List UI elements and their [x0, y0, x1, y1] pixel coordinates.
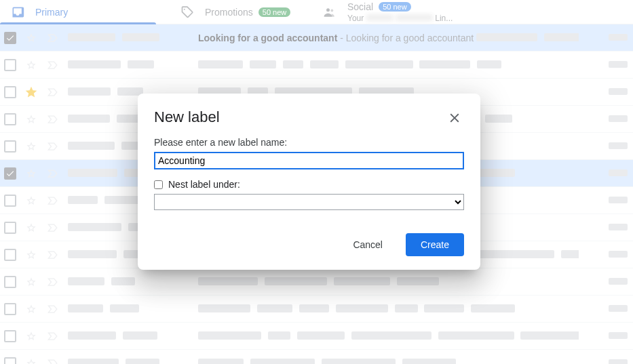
- dialog-title: New label: [154, 108, 220, 126]
- close-icon: [447, 110, 462, 125]
- label-name-prompt: Please enter a new label name:: [154, 137, 464, 148]
- nest-under-checkbox[interactable]: [154, 180, 163, 189]
- nest-under-select[interactable]: [154, 194, 464, 210]
- label-name-input[interactable]: [154, 152, 464, 169]
- create-button[interactable]: Create: [406, 233, 464, 256]
- new-label-dialog: New label Please enter a new label name:…: [138, 94, 480, 270]
- nest-under-label: Nest label under:: [168, 179, 240, 190]
- close-button[interactable]: [445, 108, 464, 127]
- cancel-button[interactable]: Cancel: [338, 233, 398, 256]
